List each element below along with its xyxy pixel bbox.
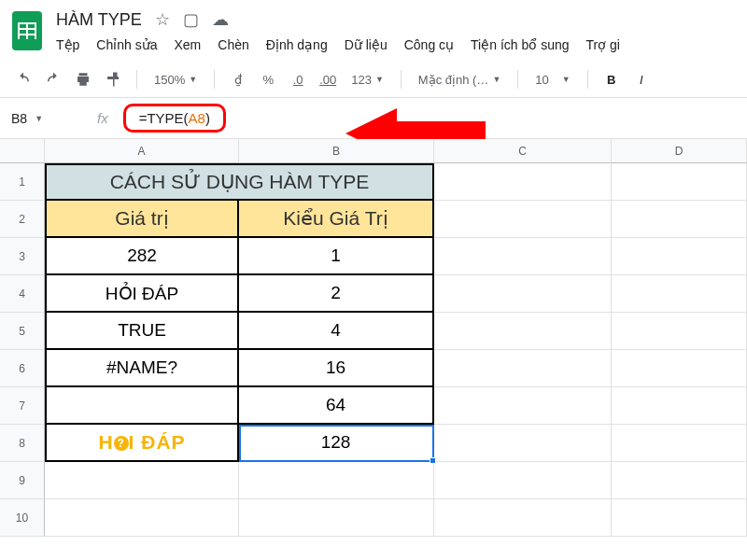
cell-a1b1-title[interactable]: CÁCH SỬ DỤNG HÀM TYPE	[45, 163, 434, 201]
menu-format[interactable]: Định dạng	[266, 37, 328, 52]
row-header[interactable]: 10	[0, 499, 45, 537]
menu-tools[interactable]: Công cụ	[404, 37, 454, 52]
cell[interactable]	[434, 163, 612, 201]
format-currency[interactable]: ₫	[228, 69, 248, 90]
formula-input[interactable]: =TYPE(A8)	[123, 104, 226, 133]
number-format-dropdown[interactable]: 123▼	[347, 73, 388, 87]
name-box[interactable]: B8 ▼	[11, 111, 77, 126]
font-dropdown[interactable]: Mặc định (…▼	[415, 73, 505, 87]
cell[interactable]	[612, 313, 747, 350]
menu-file[interactable]: Tệp	[56, 37, 79, 52]
row-header[interactable]: 3	[0, 238, 45, 275]
formula-bar: B8 ▼ fx =TYPE(A8)	[0, 98, 747, 139]
paint-format-icon[interactable]	[103, 69, 123, 90]
select-all-corner[interactable]	[0, 139, 45, 163]
cell-b6[interactable]: 16	[239, 350, 434, 387]
row-header[interactable]: 1	[0, 163, 45, 201]
increase-decimal[interactable]: .00	[317, 69, 338, 90]
cell-a7[interactable]	[45, 387, 239, 425]
cell-b3[interactable]: 1	[239, 238, 434, 275]
cell[interactable]	[434, 499, 612, 537]
cell[interactable]	[434, 201, 612, 238]
cell[interactable]	[434, 387, 612, 425]
spreadsheet-grid[interactable]: A B C D 1 CÁCH SỬ DỤNG HÀM TYPE 2 Giá tr…	[0, 139, 747, 537]
cell[interactable]	[612, 238, 747, 275]
col-header-d[interactable]: D	[612, 139, 747, 163]
cell[interactable]	[612, 462, 747, 499]
fx-icon: fx	[97, 110, 108, 126]
cell[interactable]	[612, 425, 747, 462]
bold-button[interactable]: B	[601, 69, 622, 90]
col-header-c[interactable]: C	[434, 139, 612, 163]
cell[interactable]	[239, 499, 434, 537]
cell[interactable]	[612, 350, 747, 387]
undo-icon[interactable]	[13, 69, 34, 90]
menu-data[interactable]: Dữ liệu	[345, 37, 388, 52]
cell[interactable]	[612, 275, 747, 313]
cell-b7[interactable]: 64	[239, 387, 434, 425]
cell-b8[interactable]: 128	[239, 425, 434, 462]
decrease-decimal[interactable]: .0	[288, 69, 308, 90]
cell[interactable]	[612, 201, 747, 238]
row-header[interactable]: 2	[0, 201, 45, 238]
cell-a4[interactable]: HỎI ĐÁP	[45, 275, 239, 313]
cell-b2[interactable]: Kiểu Giá Trị	[239, 201, 434, 238]
cell-b5[interactable]: 4	[239, 313, 434, 350]
row-header[interactable]: 8	[0, 425, 45, 462]
cell-a3[interactable]: 282	[45, 238, 239, 275]
cell[interactable]	[612, 387, 747, 425]
row-header[interactable]: 5	[0, 313, 45, 350]
toolbar: 150%▼ ₫ % .0 .00 123▼ Mặc định (…▼ 10▼ B…	[0, 62, 747, 98]
menu-edit[interactable]: Chỉnh sửa	[96, 37, 157, 52]
sheets-logo[interactable]	[9, 7, 45, 54]
col-header-a[interactable]: A	[45, 139, 239, 163]
row-header[interactable]: 7	[0, 387, 45, 425]
menu-addons[interactable]: Tiện ích bổ sung	[471, 37, 569, 52]
row-header[interactable]: 6	[0, 350, 45, 387]
redo-icon[interactable]	[43, 69, 63, 90]
print-icon[interactable]	[73, 69, 93, 90]
cell-a8[interactable]: H?I ĐÁP	[45, 425, 239, 462]
menu-bar: Tệp Chỉnh sửa Xem Chèn Định dạng Dữ liệu…	[56, 37, 620, 52]
cell[interactable]	[45, 499, 239, 537]
cell[interactable]	[434, 350, 612, 387]
star-icon[interactable]: ☆	[155, 9, 170, 30]
cell[interactable]	[239, 462, 434, 499]
doc-title[interactable]: HÀM TYPE	[56, 10, 142, 30]
cell[interactable]	[612, 499, 747, 537]
cloud-status-icon[interactable]: ☁	[212, 9, 229, 30]
italic-button[interactable]: I	[631, 69, 652, 90]
cell[interactable]	[612, 163, 747, 201]
menu-insert[interactable]: Chèn	[218, 37, 248, 52]
zoom-dropdown[interactable]: 150%▼	[150, 73, 201, 87]
font-size-dropdown[interactable]: 10▼	[531, 73, 573, 87]
selection-handle[interactable]	[430, 457, 436, 464]
col-header-b[interactable]: B	[239, 139, 434, 163]
move-icon[interactable]: ▢	[183, 9, 199, 30]
row-header[interactable]: 9	[0, 462, 45, 499]
cell-b4[interactable]: 2	[239, 275, 434, 313]
cell-a6[interactable]: #NAME?	[45, 350, 239, 387]
menu-view[interactable]: Xem	[175, 37, 202, 52]
cell[interactable]	[434, 425, 612, 462]
cell[interactable]	[434, 313, 612, 350]
row-header[interactable]: 4	[0, 275, 45, 313]
menu-help[interactable]: Trợ gi	[586, 37, 620, 52]
cell[interactable]	[434, 462, 612, 499]
format-percent[interactable]: %	[258, 69, 278, 90]
cell[interactable]	[434, 275, 612, 313]
cell[interactable]	[45, 462, 239, 499]
cell[interactable]	[434, 238, 612, 275]
cell-a2[interactable]: Giá trị	[45, 201, 239, 238]
cell-a5[interactable]: TRUE	[45, 313, 239, 350]
